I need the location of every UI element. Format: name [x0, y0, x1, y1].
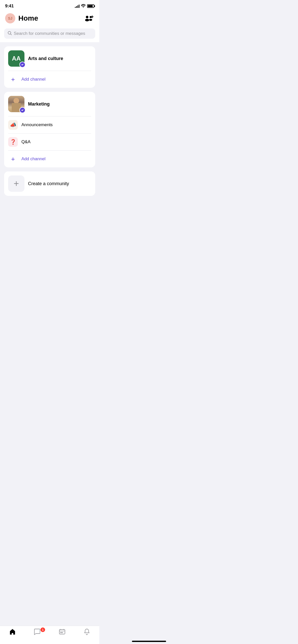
search-container: Search for communities or messages	[0, 26, 99, 42]
verified-badge-arts	[19, 62, 25, 68]
community-card-marketing[interactable]: Marketing 📣 Announcements ❓ Q&A + Add ch…	[4, 92, 95, 167]
announcements-icon: 📣	[8, 120, 18, 130]
add-channel-plus-icon: +	[8, 75, 18, 84]
page-title: Home	[18, 14, 38, 22]
community-name-marketing: Marketing	[28, 101, 50, 107]
svg-point-1	[85, 19, 89, 21]
avatar[interactable]: SJ	[5, 13, 15, 23]
community-logo-wrap-marketing	[8, 96, 24, 112]
qa-icon: ❓	[8, 137, 18, 147]
channel-name-qa: Q&A	[21, 139, 31, 144]
add-channel-plus-icon-marketing: +	[8, 154, 18, 164]
create-community-card[interactable]: + Create a community	[4, 171, 95, 196]
add-channel-label-marketing: Add channel	[21, 156, 46, 162]
signal-icon	[75, 4, 79, 8]
status-time: 9:41	[5, 4, 14, 9]
add-channel-row-arts[interactable]: + Add channel	[4, 71, 95, 88]
svg-point-3	[89, 19, 92, 21]
wifi-icon	[81, 4, 86, 8]
create-community-label: Create a community	[28, 181, 69, 186]
search-placeholder-text: Search for communities or messages	[14, 31, 85, 36]
channel-item-announcements[interactable]: 📣 Announcements	[4, 116, 95, 133]
add-community-button[interactable]	[84, 13, 94, 23]
search-icon	[8, 31, 12, 36]
header: SJ Home	[0, 11, 99, 26]
content-area: AA Arts and culture + Add channel	[0, 42, 99, 225]
community-header-marketing: Marketing	[4, 92, 95, 116]
search-bar[interactable]: Search for communities or messages	[4, 28, 95, 39]
status-icons	[75, 4, 94, 8]
community-logo-wrap-arts: AA	[8, 50, 24, 67]
community-header-arts: AA Arts and culture	[4, 46, 95, 71]
header-left: SJ Home	[5, 13, 38, 23]
battery-icon	[87, 4, 94, 8]
add-channel-label-arts: Add channel	[21, 77, 46, 82]
create-community-icon: +	[8, 175, 24, 192]
community-card-arts-culture[interactable]: AA Arts and culture + Add channel	[4, 46, 95, 88]
svg-line-7	[10, 34, 11, 35]
svg-point-0	[86, 16, 88, 18]
community-name-arts: Arts and culture	[28, 56, 63, 61]
add-channel-row-marketing[interactable]: + Add channel	[4, 151, 95, 167]
status-bar: 9:41	[0, 0, 99, 11]
verified-badge-marketing	[19, 107, 25, 113]
channel-name-announcements: Announcements	[21, 122, 53, 127]
channel-item-qa[interactable]: ❓ Q&A	[4, 134, 95, 150]
